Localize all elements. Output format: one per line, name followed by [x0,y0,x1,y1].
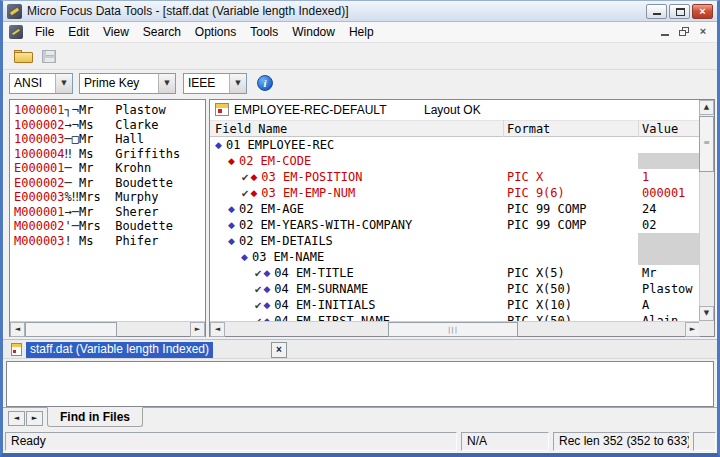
menu-item-edit[interactable]: Edit [61,23,96,41]
record-row[interactable]: 1000002→¬Ms Clarke [14,118,204,133]
column-format[interactable]: Format [507,122,550,136]
diamond-icon: ◆ [263,300,270,310]
record-list-panel: 1000001┐¬Mr Plastow1000002→¬Ms Clarke100… [9,99,206,337]
field-row[interactable]: ◆02 EM-YEARS-WITH-COMPANYPIC 99 COMP02 [210,217,699,233]
record-list-hscrollbar[interactable]: ◄ ► [10,321,205,336]
field-value-cell [638,153,699,169]
mdi-close-button[interactable]: × [694,24,712,40]
record-row[interactable]: E000003%‼Mrs Murphy [14,190,204,205]
menu-item-window[interactable]: Window [285,23,342,41]
column-field-name[interactable]: Field Name [215,122,287,136]
field-row[interactable]: ✔◆04 EM-FIRST-NAMEPIC X(50)Alain [210,313,699,321]
field-row[interactable]: ✔◆04 EM-TITLEPIC X(5)Mr [210,265,699,281]
close-file-button[interactable]: × [271,342,287,358]
record-ctrl-bytes: ! [65,234,79,248]
field-row[interactable]: ◆02 EM-CODE [210,153,699,169]
check-diamond-red-icon: ✔◆ [241,169,257,185]
layout-hscrollbar[interactable]: ◄ ||| ► [210,321,700,336]
maximize-button[interactable] [669,4,690,19]
vscroll-thumb[interactable]: ≡ [699,116,714,172]
hscroll-thumb[interactable] [25,322,117,337]
close-button[interactable]: × [692,4,713,19]
column-value[interactable]: Value [642,122,678,136]
open-file-button[interactable] [14,50,33,63]
diamond-blue-icon: ◆ [228,217,235,233]
field-value-cell [638,249,699,265]
charset-combo[interactable]: ANSI ▼ [9,73,73,94]
scroll-up-button[interactable]: ▲ [699,100,714,115]
record-row[interactable]: E000002─ Mr Boudette [14,176,204,191]
record-text: Mr Hall [79,132,144,146]
floppy-icon [46,51,54,56]
find-results-panel[interactable] [6,361,714,407]
field-row[interactable]: ✔◆04 EM-SURNAMEPIC X(50)Plastow [210,281,699,297]
key-combo-dropdown[interactable]: ▼ [158,74,175,93]
field-format-cell [507,153,634,169]
hscroll-thumb[interactable]: ||| [388,322,518,337]
diamond-icon: ◆ [215,140,222,150]
tab-scroll-buttons: ◄ ► [8,411,44,426]
record-key: 1000003 [14,132,65,146]
field-value-cell: Mr [638,265,699,281]
mdi-minimize-button[interactable] [656,24,674,40]
minimize-button[interactable] [646,4,667,19]
menu-item-options[interactable]: Options [188,23,243,41]
scroll-right-button[interactable]: ► [190,322,205,337]
tab-scroll-left-button[interactable]: ◄ [8,411,25,426]
check-diamond-blue-icon: ✔◆ [254,265,270,281]
open-file-tab[interactable]: staff.dat (Variable length Indexed) [26,342,213,358]
field-format-cell: PIC X(50) [507,313,634,321]
check-diamond-red-icon: ✔◆ [241,185,257,201]
record-row[interactable]: 1000001┐¬Mr Plastow [14,103,204,118]
field-row[interactable]: ✔◆04 EM-INITIALSPIC X(10)A [210,297,699,313]
field-row[interactable]: ✔◆03 EM-EMP-NUMPIC 9(6)000001 [210,185,699,201]
menu-item-help[interactable]: Help [342,23,381,41]
close-icon: × [693,5,712,18]
menu-item-search[interactable]: Search [136,23,188,41]
record-text: Mr Krohn [79,161,151,175]
field-grid-header: Field Name Format Value [210,120,699,137]
menu-item-tools[interactable]: Tools [243,23,285,41]
record-row[interactable]: M000001→─Mr Sherer [14,205,204,220]
tab-scroll-right-button[interactable]: ► [26,411,43,426]
tab-find-in-files[interactable]: Find in Files [47,407,143,427]
document-icon[interactable] [9,25,23,39]
charset-combo-dropdown[interactable]: ▼ [55,74,72,93]
minimize-icon [653,13,661,15]
info-button[interactable]: i [257,75,273,91]
field-name: 01 EMPLOYEE-REC [226,138,334,152]
record-row[interactable]: M000003! Ms Phifer [14,234,204,249]
chevron-down-icon: ▼ [235,79,240,87]
record-layout-icon [215,103,229,116]
field-name-cell: ◆02 EM-DETAILS [210,233,503,249]
output-tab-strip: ◄ ► Find in Files [3,407,717,429]
check-icon: ✔ [254,300,262,311]
record-text: Mrs Boudette [79,219,173,233]
field-name-cell: ◆02 EM-CODE [210,153,503,169]
field-name: 02 EM-CODE [239,154,311,168]
scroll-left-button[interactable]: ◄ [210,322,225,337]
menu-item-view[interactable]: View [96,23,136,41]
key-combo[interactable]: Prime Key ▼ [79,73,176,94]
diamond-icon: ◆ [228,156,235,166]
mdi-restore-button[interactable] [675,24,693,40]
menu-item-file[interactable]: File [28,23,61,41]
scroll-left-button[interactable]: ◄ [10,322,25,337]
scroll-down-button[interactable]: ▼ [699,306,714,321]
record-row[interactable]: E000001─ Mr Krohn [14,161,204,176]
record-row[interactable]: 1000003─□Mr Hall [14,132,204,147]
record-row[interactable]: M000002'─Mrs Boudette [14,219,204,234]
scroll-right-button[interactable]: ► [685,322,700,337]
record-row[interactable]: 1000004‼ Ms Griffiths [14,147,204,162]
field-row[interactable]: ◆03 EM-NAME [210,249,699,265]
layout-vscrollbar[interactable]: ▲ ≡ ▼ [699,100,714,321]
field-row[interactable]: ◆02 EM-AGEPIC 99 COMP24 [210,201,699,217]
field-row[interactable]: ✔◆03 EM-POSITIONPIC X1 [210,169,699,185]
save-button[interactable] [42,50,56,63]
field-row[interactable]: ◆01 EMPLOYEE-REC [210,137,699,153]
field-value-cell: Alain [638,313,699,321]
diamond-red-icon: ◆ [228,153,235,169]
float-format-combo-dropdown[interactable]: ▼ [229,74,246,93]
field-row[interactable]: ◆02 EM-DETAILS [210,233,699,249]
float-format-combo[interactable]: IEEE ▼ [183,73,247,94]
